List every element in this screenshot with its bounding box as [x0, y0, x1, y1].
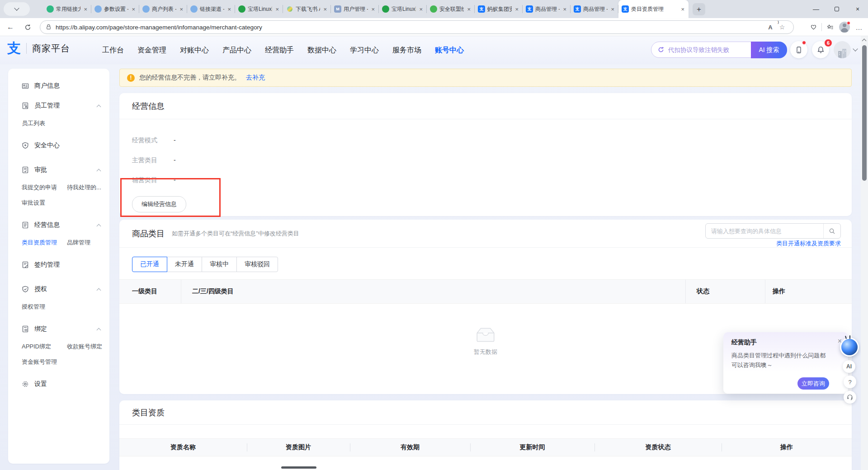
address-bar[interactable]: https://b.alipay.com/page/store-manageme… [40, 20, 794, 34]
browser-tab[interactable]: 商户列表 - 信× [139, 0, 187, 18]
sidebar-subitem-payee-binding[interactable]: 收款账号绑定 [67, 343, 102, 351]
browser-tab[interactable]: 安全联盟线上× [427, 0, 475, 18]
new-tab-button[interactable]: + [693, 3, 705, 15]
close-icon[interactable]: × [274, 6, 280, 13]
sidebar-item-security-center[interactable]: 安全中心 [8, 136, 109, 155]
edit-business-info-button[interactable]: 编辑经营信息 [132, 196, 186, 212]
sidebar-item-authorization[interactable]: 授权 [8, 279, 109, 299]
vertical-scrollbar[interactable] [861, 36, 868, 470]
browser-tab[interactable]: 支商品管理 - 商× [523, 0, 571, 18]
alipay-logo-icon: 支 [7, 42, 21, 55]
sidebar-item-binding[interactable]: 绑定 [8, 319, 109, 339]
vertical-scrollbar-thumb[interactable] [862, 45, 867, 181]
browser-tab-active[interactable]: 支类目资质管理× [618, 0, 689, 18]
sidebar-subitem-approval-settings[interactable]: 审批设置 [8, 195, 109, 211]
close-icon[interactable]: × [418, 6, 424, 13]
browser-tab[interactable]: M用户管理 - m× [331, 0, 379, 18]
maximize-button[interactable] [826, 0, 847, 18]
browser-tab[interactable]: 宝塔Linux面板× [379, 0, 427, 18]
sidebar-item-merchant-info[interactable]: 商户信息 [8, 76, 109, 96]
tab-opened[interactable]: 已开通 [132, 257, 167, 272]
browser-tab[interactable]: 宝塔Linux面板× [235, 0, 283, 18]
sidebar-item-business-info[interactable]: 经营信息 [8, 215, 109, 235]
nav-products[interactable]: 产品中心 [222, 46, 251, 55]
browser-tab[interactable]: 参数设置 - 信× [91, 0, 139, 18]
favorites-bar-icon[interactable] [824, 21, 836, 33]
nav-marketplace[interactable]: 服务市场 [392, 46, 421, 55]
sidebar-subitem-staff-list[interactable]: 员工列表 [8, 116, 109, 131]
close-icon[interactable]: × [514, 6, 519, 13]
settings-menu-icon[interactable]: … [853, 21, 865, 33]
close-icon[interactable]: × [131, 6, 136, 13]
close-icon[interactable]: × [610, 6, 615, 13]
sidebar-subitem-fund-account[interactable]: 资金账号管理 [8, 354, 109, 370]
sidebar-subitem-category-qualification[interactable]: 类目资质管理 品牌管理 [8, 235, 109, 250]
assistant-popup: 经营助手 × 商品类目管理过程中遇到什么问题都可以咨询我噢～ 立即咨询 [723, 332, 848, 394]
category-search-box[interactable] [705, 223, 841, 239]
refresh-button[interactable] [21, 20, 34, 34]
close-window-button[interactable]: × [847, 0, 868, 18]
mobile-app-button[interactable] [790, 41, 807, 58]
browser-essentials-icon[interactable] [807, 21, 820, 33]
ai-search-button[interactable]: AI 搜索 [751, 42, 787, 58]
support-fab-button[interactable] [844, 391, 856, 404]
tab-rejected[interactable]: 审核驳回 [236, 257, 278, 272]
sidebar-item-settings[interactable]: 设置 [8, 374, 109, 394]
horizontal-scrollbar-thumb[interactable] [281, 466, 316, 469]
ai-fab-button[interactable]: AI [843, 360, 855, 373]
tab-title: 宝塔Linux面板 [248, 5, 272, 13]
browser-tab[interactable]: 支商品管理 - 商× [571, 0, 618, 18]
browser-tab[interactable]: 常用链接大全× [43, 0, 91, 18]
sidebar-item-staff-mgmt[interactable]: 员工管理 [8, 96, 109, 116]
close-icon[interactable]: × [322, 6, 328, 13]
nav-funds[interactable]: 资金管理 [137, 46, 166, 55]
sidebar-subitem-my-submissions[interactable]: 我提交的申请 待我处理的... [8, 180, 109, 195]
back-button[interactable]: ← [4, 20, 17, 34]
search-icon[interactable] [823, 224, 840, 238]
close-icon[interactable]: × [562, 6, 567, 13]
site-favicon: M [334, 5, 341, 13]
scroll-up-arrow-icon[interactable] [862, 39, 867, 43]
browser-tab[interactable]: 链接渠道 - 信× [187, 0, 235, 18]
company-avatar[interactable] [834, 41, 851, 58]
close-icon[interactable]: × [370, 6, 376, 13]
brand[interactable]: 支 商家平台 [7, 42, 70, 55]
assistant-title: 经营助手 [731, 338, 840, 347]
browser-tab[interactable]: 支蚂蚁集团安全× [475, 0, 523, 18]
close-icon[interactable]: × [680, 6, 685, 13]
tab-not-opened[interactable]: 未开通 [167, 257, 202, 272]
consult-now-button[interactable]: 立即咨询 [797, 377, 829, 390]
id-card-icon [22, 82, 29, 89]
nav-workbench[interactable]: 工作台 [102, 46, 124, 55]
close-icon[interactable]: × [179, 6, 184, 13]
sidebar-item-approval[interactable]: 审批 [8, 160, 109, 180]
notice-link[interactable]: 去补充 [246, 74, 265, 82]
close-icon[interactable]: × [226, 6, 232, 13]
category-standards-link[interactable]: 类目开通标准及资质要求 [776, 240, 841, 248]
tab-search-button[interactable] [4, 2, 30, 16]
sidebar-subitem-brand-mgmt[interactable]: 品牌管理 [67, 239, 90, 247]
assistant-mascot-icon[interactable] [840, 338, 859, 357]
close-icon[interactable]: × [83, 6, 88, 13]
notifications-button[interactable]: 6 [812, 41, 829, 58]
category-search-input[interactable] [706, 228, 823, 235]
close-icon[interactable]: × [466, 6, 472, 13]
read-aloud-icon[interactable]: A [764, 21, 776, 33]
nav-reconciliation[interactable]: 对账中心 [180, 46, 209, 55]
tab-title: 蚂蚁集团安全 [487, 5, 512, 13]
help-fab-button[interactable]: ? [844, 376, 856, 388]
sidebar-subitem-appid-binding[interactable]: APPID绑定 收款账号绑定 [8, 339, 109, 354]
browser-tab[interactable]: 下载飞书 Ap× [283, 0, 331, 18]
sidebar-item-contract-mgmt[interactable]: 签约管理 [8, 255, 109, 275]
sidebar-subitem-auth-mgmt[interactable]: 授权管理 [8, 299, 109, 315]
header-search-input[interactable] [668, 47, 750, 53]
nav-learning[interactable]: 学习中心 [350, 46, 379, 55]
profile-avatar[interactable] [838, 21, 851, 33]
sidebar-subitem-pending[interactable]: 待我处理的... [67, 183, 101, 192]
nav-account-center[interactable]: 账号中心 [435, 46, 464, 55]
minimize-button[interactable]: — [806, 0, 826, 18]
tab-in-review[interactable]: 审核中 [202, 257, 237, 272]
nav-data-center[interactable]: 数据中心 [307, 46, 336, 55]
header-search[interactable]: AI 搜索 [651, 42, 787, 58]
nav-assistant[interactable]: 经营助手 [265, 46, 294, 55]
